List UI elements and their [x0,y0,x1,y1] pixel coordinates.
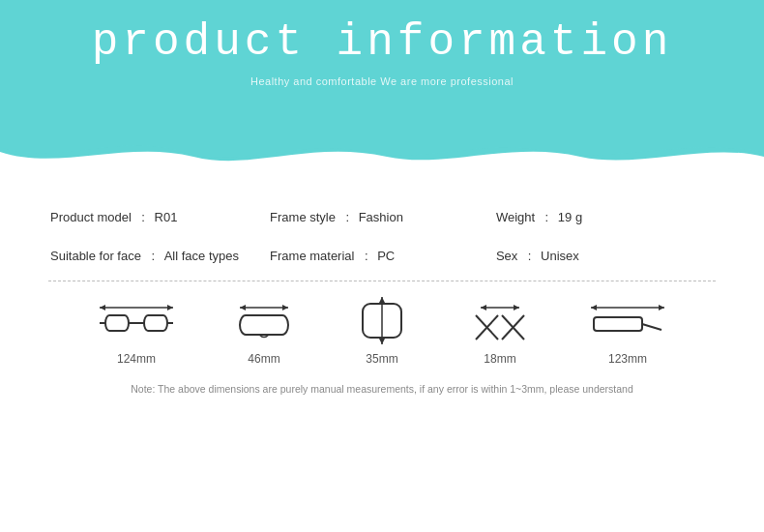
frame-material-value: PC [377,249,395,263]
note-text: Note: The above dimensions are purely ma… [68,383,696,395]
dimension-18-label: 18mm [484,352,515,366]
svg-line-27 [642,324,661,330]
dimension-lens-width: 46mm [235,296,293,366]
frame-material-label: Frame material [270,249,354,263]
dimension-46-label: 46mm [248,352,279,366]
temple-length-icon [589,296,666,344]
sex-value: Unisex [541,249,579,263]
dimension-123-label: 123mm [608,352,647,366]
svg-marker-10 [282,305,288,310]
svg-marker-14 [379,339,385,344]
dimension-35-label: 35mm [366,352,397,366]
dimension-frame-width: 124mm [98,296,175,366]
face-type-value: All face types [164,249,239,263]
face-type-label: Suitable for face [50,249,141,263]
svg-marker-17 [481,305,486,310]
bridge-width-icon [471,296,529,344]
svg-rect-26 [594,317,642,331]
page-title: product information [92,17,673,68]
lens-width-icon [235,296,293,344]
content-section: Product model : R01 Frame style : Fashio… [0,169,764,412]
dimension-bridge: 18mm [471,296,529,366]
header-section: product information Healthy and comforta… [0,0,764,169]
svg-marker-24 [591,305,597,310]
frame-style-value: Fashion [359,210,403,224]
svg-marker-25 [659,305,664,310]
info-row-1: Product model : R01 Frame style : Fashio… [50,198,714,235]
dimensions-section: 124mm 46mm [48,281,716,375]
note-section: Note: The above dimensions are purely ma… [48,375,716,402]
dimension-temple: 123mm [589,296,666,366]
header-subtitle: Healthy and comfortable We are more prof… [250,75,514,87]
svg-rect-3 [105,315,129,331]
svg-rect-11 [240,315,288,335]
frame-style-label: Frame style [270,210,336,224]
frame-width-icon [98,296,175,344]
svg-marker-9 [240,305,246,310]
svg-marker-2 [167,305,173,310]
weight-label: Weight [496,210,535,224]
product-model-label: Product model [50,210,132,224]
svg-marker-1 [100,305,105,310]
weight-value: 19 g [558,210,582,224]
svg-marker-18 [514,305,519,310]
dimension-lens-height: 35mm [353,296,411,366]
info-row-2: Suitable for face : All face types Frame… [50,237,714,274]
wave-decoration [0,133,764,171]
sex-label: Sex [496,249,517,263]
product-info-table: Product model : R01 Frame style : Fashio… [48,196,716,276]
product-model-value: R01 [155,210,178,224]
svg-rect-4 [144,315,167,331]
lens-height-icon [353,296,411,344]
svg-marker-13 [379,297,385,303]
dimension-124-label: 124mm [117,352,156,366]
